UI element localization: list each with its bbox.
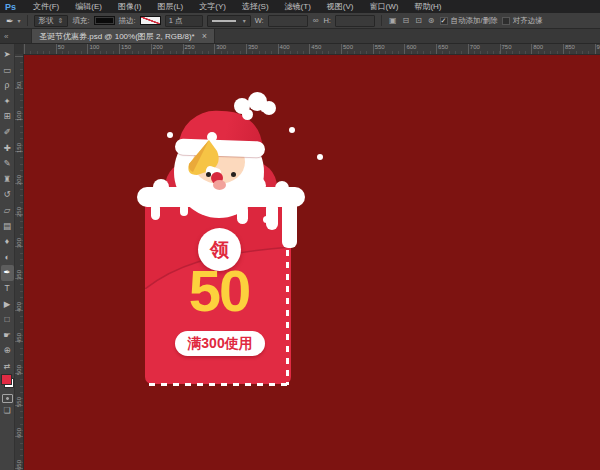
- workspace: ➤▭ρ✦⊞✐✚✎♜↺▱▤♦◐✒T▶□☛⊕ ⇄ ❏ 501001502002503…: [0, 44, 600, 470]
- rectangle-tool[interactable]: □: [1, 312, 14, 328]
- align-edges-checkbox[interactable]: 对齐边缘: [502, 16, 543, 26]
- ruler-label: 250: [16, 205, 22, 219]
- menu-view[interactable]: 视图(V): [319, 1, 362, 12]
- menu-bar: Ps 文件(F)编辑(E)图像(I)图层(L)文字(Y)选择(S)滤镜(T)视图…: [0, 0, 600, 13]
- santa-eye: [206, 172, 211, 177]
- history-brush-tool[interactable]: ↺: [1, 187, 14, 203]
- ruler-label: 550: [375, 44, 385, 50]
- stroke-type-select[interactable]: ▾: [207, 15, 251, 27]
- auto-add-delete-checkbox[interactable]: ✓ 自动添加/删除: [440, 16, 498, 26]
- height-input[interactable]: [335, 15, 375, 27]
- ruler-label: 350: [248, 44, 258, 50]
- ruler-label: 850: [565, 44, 575, 50]
- marquee-tool[interactable]: ▭: [1, 63, 14, 79]
- path-arrangement-button[interactable]: ⊡: [414, 16, 423, 25]
- width-input[interactable]: [268, 15, 308, 27]
- horizontal-ruler[interactable]: 5010015020025030035040045050055060065070…: [15, 44, 600, 55]
- lasso-tool[interactable]: ρ: [1, 78, 14, 94]
- chevron-down-icon: ▾: [243, 17, 246, 24]
- divider: [381, 15, 382, 26]
- stroke-color-swatch[interactable]: [140, 16, 161, 25]
- crop-tool[interactable]: ⊞: [1, 109, 14, 125]
- snow-bump: [275, 181, 289, 195]
- gradient-tool[interactable]: ▤: [1, 219, 14, 235]
- geometry-options-icon[interactable]: ⊛: [427, 16, 436, 25]
- menu-edit[interactable]: 编辑(E): [67, 1, 110, 12]
- menu-type[interactable]: 文字(Y): [191, 1, 234, 12]
- tab-close-icon[interactable]: ×: [202, 31, 207, 41]
- tab-bar: « 圣诞节优惠券.psd @ 100%(图层 2, RGB/8)* ×: [0, 29, 600, 44]
- pen-tool-preset-icon[interactable]: ✒: [6, 16, 14, 26]
- ruler-label: 900: [597, 44, 600, 50]
- tools-collapse-button[interactable]: «: [0, 29, 32, 43]
- screen-mode-button[interactable]: ❏: [3, 406, 10, 415]
- menu-filter[interactable]: 滤镜(T): [277, 1, 319, 12]
- color-swatches: [1, 374, 14, 388]
- ruler-label: 350: [16, 268, 22, 282]
- collapse-icon: «: [4, 32, 8, 41]
- tools-list: ➤▭ρ✦⊞✐✚✎♜↺▱▤♦◐✒T▶□☛⊕: [1, 47, 14, 359]
- tool-mode-select[interactable]: 形状 ⇕: [34, 15, 69, 27]
- tools-panel: ➤▭ρ✦⊞✐✚✎♜↺▱▤♦◐✒T▶□☛⊕ ⇄ ❏: [0, 44, 15, 470]
- ruler-label: 200: [153, 44, 163, 50]
- stroke-width-input[interactable]: 1 点: [165, 15, 203, 27]
- ruler-label: 450: [16, 331, 22, 345]
- brush-tool[interactable]: ✎: [1, 156, 14, 172]
- fill-color-swatch[interactable]: [94, 16, 115, 25]
- blur-tool[interactable]: ♦: [1, 234, 14, 250]
- ruler-label: 100: [16, 109, 22, 123]
- canvas-area[interactable]: 领 50 满300使用: [23, 54, 600, 470]
- zoom-tool[interactable]: ⊕: [1, 343, 14, 359]
- foreground-color-swatch[interactable]: [1, 374, 12, 385]
- fill-label: 填充:: [72, 16, 89, 26]
- tool-preset-caret-icon[interactable]: ▾: [18, 17, 21, 24]
- checkbox-checked: ✓: [440, 17, 448, 25]
- stroke-style-preview: [212, 20, 236, 22]
- path-selection-tool[interactable]: ▶: [1, 297, 14, 313]
- bell-icon: [181, 130, 223, 184]
- photoshop-window: Ps 文件(F)编辑(E)图像(I)图层(L)文字(Y)选择(S)滤镜(T)视图…: [0, 0, 600, 470]
- link-dimensions-icon[interactable]: ∞: [312, 16, 320, 25]
- ruler-label: 650: [16, 458, 22, 470]
- menu-items: 文件(F)编辑(E)图像(I)图层(L)文字(Y)选择(S)滤镜(T)视图(V)…: [25, 1, 449, 12]
- menu-help[interactable]: 帮助(H): [406, 1, 449, 12]
- healing-brush-tool[interactable]: ✚: [1, 141, 14, 157]
- magic-wand-tool[interactable]: ✦: [1, 94, 14, 110]
- tool-mode-value: 形状: [39, 16, 54, 26]
- ruler-label: 550: [16, 395, 22, 409]
- hand-tool[interactable]: ☛: [1, 328, 14, 344]
- dodge-tool[interactable]: ◐: [1, 250, 14, 266]
- auto-add-delete-label: 自动添加/删除: [451, 16, 498, 26]
- ruler-label: 200: [16, 173, 22, 187]
- quick-mask-button[interactable]: [2, 394, 13, 403]
- ruler-label: 600: [16, 426, 22, 440]
- vertical-ruler[interactable]: 50100150200250300350400450500550600650: [15, 54, 24, 470]
- clone-stamp-tool[interactable]: ♜: [1, 172, 14, 188]
- menu-select[interactable]: 选择(S): [234, 1, 277, 12]
- menu-image[interactable]: 图像(I): [110, 1, 150, 12]
- type-tool[interactable]: T: [1, 281, 14, 297]
- hat-pompom: [262, 101, 276, 115]
- eraser-tool[interactable]: ▱: [1, 203, 14, 219]
- ruler-label: 500: [16, 363, 22, 377]
- pen-tool[interactable]: ✒: [1, 265, 14, 281]
- menu-layer[interactable]: 图层(L): [149, 1, 191, 12]
- ruler-label: 500: [343, 44, 353, 50]
- snow-drip: [151, 203, 160, 220]
- document-tab[interactable]: 圣诞节优惠券.psd @ 100%(图层 2, RGB/8)* ×: [32, 29, 215, 43]
- stitch-dashes-bottom: [149, 383, 288, 386]
- width-label: W:: [255, 16, 264, 25]
- height-label: H:: [323, 16, 331, 25]
- eyedropper-tool[interactable]: ✐: [1, 125, 14, 141]
- menu-file[interactable]: 文件(F): [25, 1, 67, 12]
- ruler-label: 150: [121, 44, 131, 50]
- menu-window[interactable]: 窗口(W): [361, 1, 406, 12]
- ruler-label: 400: [280, 44, 290, 50]
- path-alignment-button[interactable]: ⊟: [401, 16, 410, 25]
- divider: [27, 15, 28, 26]
- path-operations-button[interactable]: ▣: [388, 16, 398, 25]
- envelope-dot: [263, 216, 270, 223]
- swap-colors-icon[interactable]: ⇄: [4, 362, 11, 371]
- ruler-label: 250: [185, 44, 195, 50]
- move-tool[interactable]: ➤: [1, 47, 14, 63]
